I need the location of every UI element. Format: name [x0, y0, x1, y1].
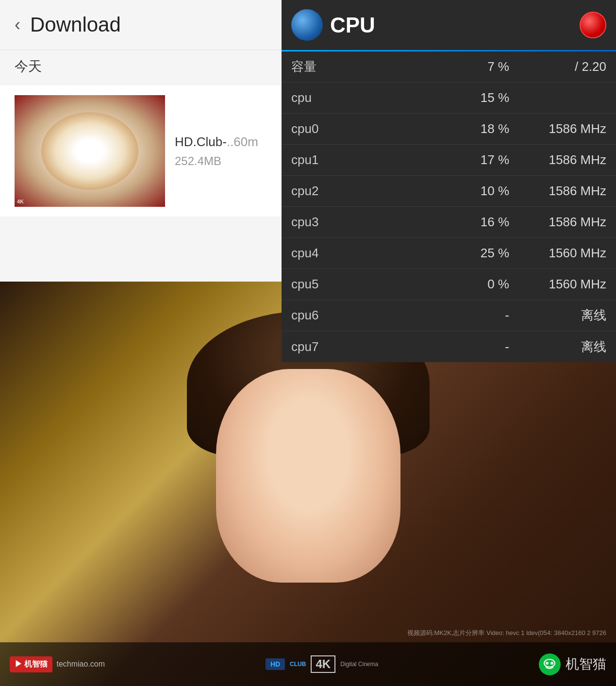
globe-icon: [291, 9, 323, 41]
download-panel: ‹ Download 今天 HD.Club-..60m 252.4MB: [0, 0, 282, 282]
download-thumbnail: [15, 95, 165, 207]
hd-logo-small: HD: [266, 658, 285, 670]
cpu-row-value: -: [359, 339, 509, 354]
cpu-row-value: 7 %: [359, 59, 509, 74]
cpu-row-value: 18 %: [359, 121, 509, 136]
cpu-row-value: 10 %: [359, 184, 509, 199]
cpu-row-value: 25 %: [359, 246, 509, 261]
cpu-row-value: -: [359, 308, 509, 323]
download-filename: HD.Club-..60m: [175, 134, 267, 150]
download-item[interactable]: HD.Club-..60m 252.4MB: [0, 85, 282, 217]
cpu-row-freq: 离线: [509, 338, 606, 355]
cpu-row-freq: 1586 MHz: [509, 152, 606, 167]
cpu-panel: CPU 容量7 %/ 2.20cpu15 %cpu018 %1586 MHzcp…: [282, 0, 616, 362]
center-logos: HD CLUB 4K Digital Cinema: [266, 655, 378, 673]
cpu-table-row: cpu018 %1586 MHz: [282, 114, 616, 145]
cpu-header-left: CPU: [291, 9, 375, 41]
today-section-label: 今天: [0, 50, 282, 83]
brand-logo-right: 机智猫: [539, 653, 606, 675]
cpu-row-freq: 1586 MHz: [509, 215, 606, 230]
svg-point-1: [550, 662, 553, 665]
cpu-table-row: cpu7-离线: [282, 331, 616, 362]
back-button[interactable]: ‹: [15, 15, 20, 35]
jzm-url: techmiao.com: [56, 660, 105, 669]
download-size: 252.4MB: [175, 154, 267, 168]
cpu-table: 容量7 %/ 2.20cpu15 %cpu018 %1586 MHzcpu117…: [282, 51, 616, 362]
cpu-title: CPU: [330, 13, 375, 37]
cpu-row-label: cpu6: [291, 308, 359, 323]
digital-cinema-label: Digital Cinema: [340, 661, 378, 668]
cpu-table-row: cpu210 %1586 MHz: [282, 176, 616, 207]
cpu-row-freq: 1560 MHz: [509, 277, 606, 292]
jzm-icon: ▶: [15, 660, 22, 668]
cpu-row-label: cpu0: [291, 121, 359, 136]
cpu-row-value: 16 %: [359, 215, 509, 230]
cpu-table-row: cpu316 %1586 MHz: [282, 207, 616, 238]
svg-point-0: [546, 662, 549, 665]
cpu-row-label: cpu7: [291, 339, 359, 354]
bottom-bar: ▶ 机智猫 techmiao.com HD CLUB 4K Digital Ci…: [0, 642, 616, 686]
cpu-table-row: cpu15 %: [282, 83, 616, 114]
cpu-row-label: cpu: [291, 90, 359, 105]
download-item-info: HD.Club-..60m 252.4MB: [165, 134, 267, 168]
cpu-row-label: 容量: [291, 58, 359, 75]
cpu-row-label: cpu5: [291, 277, 359, 292]
face-area: [138, 311, 478, 675]
cpu-row-freq: 1586 MHz: [509, 121, 606, 136]
record-button[interactable]: [580, 12, 606, 38]
wechat-icon: [539, 653, 561, 675]
four-k-badge: 4K: [311, 655, 335, 673]
cpu-header: CPU: [282, 0, 616, 50]
face-skin: [216, 369, 400, 583]
download-header: ‹ Download: [0, 0, 282, 50]
club-logo-small: CLUB: [290, 661, 306, 668]
cpu-table-row: cpu50 %1560 MHz: [282, 269, 616, 300]
cpu-row-value: 15 %: [359, 90, 509, 105]
cpu-row-label: cpu2: [291, 184, 359, 199]
cpu-row-freq: 1560 MHz: [509, 246, 606, 261]
cpu-table-row: cpu117 %1586 MHz: [282, 145, 616, 176]
cpu-row-value: 0 %: [359, 277, 509, 292]
cpu-table-row: cpu425 %1560 MHz: [282, 238, 616, 269]
jzm-label-right: 机智猫: [566, 655, 606, 673]
brand-logo-left: ▶ 机智猫 techmiao.com: [10, 656, 105, 672]
cpu-row-freq: / 2.20: [509, 59, 606, 74]
cpu-row-label: cpu3: [291, 215, 359, 230]
jzm-logo: ▶ 机智猫: [10, 656, 52, 672]
cpu-row-label: cpu4: [291, 246, 359, 261]
cpu-table-row: 容量7 %/ 2.20: [282, 51, 616, 83]
food-image: [15, 95, 165, 207]
cpu-row-label: cpu1: [291, 152, 359, 167]
cpu-row-freq: 1586 MHz: [509, 184, 606, 199]
cpu-row-freq: 离线: [509, 307, 606, 324]
cpu-table-row: cpu6-离线: [282, 300, 616, 331]
cpu-row-value: 17 %: [359, 152, 509, 167]
page-title: Download: [30, 13, 121, 36]
video-info-text: 视频源码:MK2K,志片分辨率 Video: hevc 1 ldev(054: …: [407, 629, 606, 637]
